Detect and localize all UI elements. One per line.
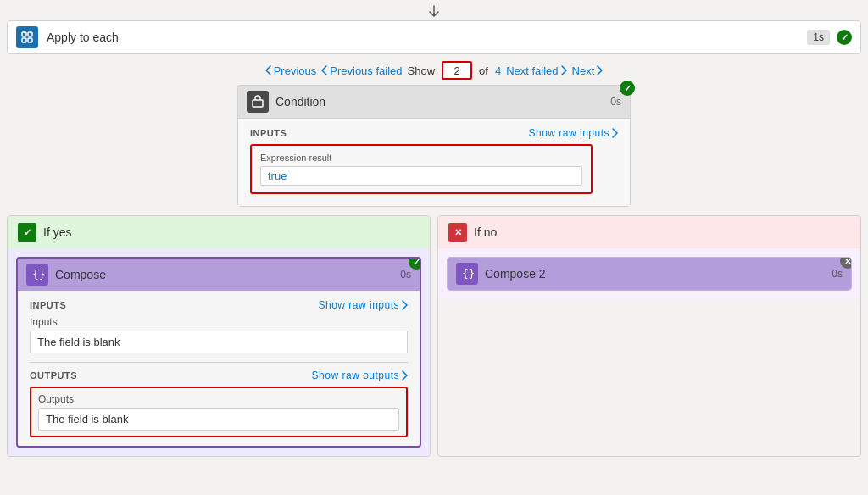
compose-inputs-section: INPUTS Show raw inputs Inputs The field … (30, 299, 408, 353)
divider (30, 362, 408, 363)
if-no-title: If no (474, 225, 497, 239)
if-yes-panel: ✓ If yes {} Compose 0s ✓ (7, 215, 431, 457)
compose2-header: {} Compose 2 0s (448, 258, 851, 290)
svg-text:{}: {} (32, 268, 44, 281)
compose-header: {} Compose 0s (18, 259, 420, 291)
next-failed-button[interactable]: Next failed (506, 64, 566, 77)
compose-outputs-field-label: Outputs (38, 393, 399, 405)
top-arrow (0, 0, 868, 20)
svg-rect-4 (253, 100, 263, 107)
compose2-title: Compose 2 (485, 267, 832, 281)
condition-block: Condition 0s ✓ INPUTS Show raw inputs Ex… (237, 85, 631, 207)
previous-button[interactable]: Previous (265, 64, 317, 77)
if-yes-title: If yes (43, 225, 71, 239)
condition-body: INPUTS Show raw inputs Expression result… (238, 119, 630, 206)
compose2-block: {} Compose 2 0s ✕ (447, 257, 852, 291)
condition-title: Condition (275, 95, 610, 108)
svg-rect-1 (28, 32, 32, 36)
svg-text:{}: {} (462, 267, 474, 280)
compose-title: Compose (55, 268, 400, 281)
compose-outputs-label: OUTPUTS Show raw outputs (30, 370, 408, 381)
svg-rect-3 (28, 38, 32, 42)
if-no-body: {} Compose 2 0s ✕ (438, 248, 860, 299)
page-input[interactable] (442, 61, 472, 80)
if-no-icon: ✕ (448, 223, 467, 242)
compose-block: {} Compose 0s ✓ INPUTS Show ra (16, 257, 421, 448)
if-yes-header: ✓ If yes (8, 216, 430, 248)
compose-status-icon: ✓ (409, 257, 421, 270)
compose2-time: 0s (832, 268, 843, 280)
svg-rect-2 (22, 38, 26, 42)
of-label: of (479, 64, 488, 77)
expression-value: true (260, 166, 582, 186)
compose-time: 0s (400, 269, 411, 281)
compose-inputs-label: INPUTS Show raw inputs (30, 299, 408, 311)
expression-result-label: Expression result (260, 153, 582, 163)
apply-header-icon (16, 26, 38, 48)
next-button[interactable]: Next (572, 64, 604, 77)
apply-header-badge: 1s (807, 30, 830, 45)
compose-body: INPUTS Show raw inputs Inputs The field … (18, 291, 420, 446)
compose-show-raw-outputs-link[interactable]: Show raw outputs (312, 370, 408, 381)
condition-time: 0s (610, 96, 621, 108)
compose-inputs-field-label: Inputs (30, 316, 408, 328)
condition-inputs-label: INPUTS Show raw inputs (250, 127, 618, 139)
condition-icon (247, 91, 269, 113)
if-yes-icon: ✓ (18, 223, 36, 242)
show-raw-inputs-link[interactable]: Show raw inputs (528, 127, 618, 139)
total-pages: 4 (495, 64, 501, 77)
apply-to-each-header: Apply to each 1s ✓ (7, 20, 861, 54)
compose-inputs-field-value: The field is blank (30, 331, 408, 353)
condition-header: Condition 0s ✓ (238, 86, 630, 119)
compose-outputs-field-value: The field is blank (38, 408, 399, 431)
compose-icon: {} (26, 264, 48, 286)
apply-header-status-icon: ✓ (837, 30, 852, 45)
bottom-row: ✓ If yes {} Compose 0s ✓ (7, 215, 861, 457)
compose-outputs-bordered-box: Outputs The field is blank (30, 387, 408, 437)
apply-header-title: Apply to each (47, 31, 807, 44)
compose2-icon: {} (456, 263, 478, 285)
show-label: Show (408, 64, 436, 77)
condition-status-icon: ✓ (620, 81, 635, 96)
svg-rect-0 (22, 32, 26, 36)
compose-show-raw-inputs-link[interactable]: Show raw inputs (318, 299, 408, 311)
pagination-bar: Previous Previous failed Show of 4 Next … (0, 54, 868, 85)
if-no-header: ✕ If no (438, 216, 860, 248)
if-no-panel: ✕ If no {} Compose 2 0s ✕ (437, 215, 861, 457)
previous-failed-button[interactable]: Previous failed (321, 64, 402, 77)
if-yes-body: {} Compose 0s ✓ INPUTS Show ra (8, 248, 430, 456)
expression-result-box: Expression result true (250, 144, 593, 194)
compose-outputs-section: OUTPUTS Show raw outputs Outputs The fie… (30, 370, 408, 437)
